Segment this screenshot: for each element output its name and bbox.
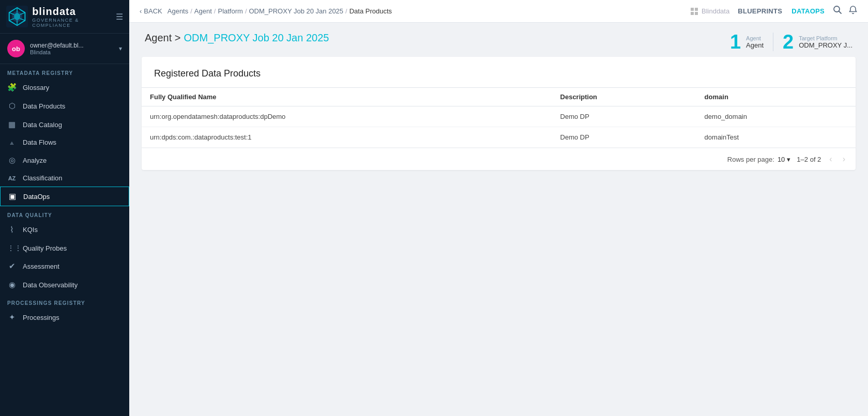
sidebar-item-data-catalog[interactable]: ▦ Data Catalog: [0, 115, 129, 134]
breadcrumb-agents[interactable]: Agents: [167, 7, 188, 15]
content-area: Agent > ODM_PROXY Job 20 Jan 2025 1 Agen…: [129, 23, 868, 416]
page-title-sub: ODM_PROXY Job 20 Jan 2025: [184, 32, 329, 44]
topbar-icons: [833, 5, 858, 17]
sidebar-item-classification[interactable]: AZ Classification: [0, 170, 129, 187]
step-2-value: ODM_PROXY J...: [799, 41, 852, 49]
back-arrow-icon: ‹: [140, 7, 142, 15]
sidebar-label-classification: Classification: [23, 174, 63, 182]
nav-dataops[interactable]: DATAOPS: [791, 7, 825, 15]
prev-page-button[interactable]: ‹: [827, 153, 834, 165]
breadcrumb-sep-4: /: [345, 7, 347, 15]
topbar-right: Blinddata BLUEPRINTS DATAOPS: [690, 5, 858, 17]
cell-description: Demo DP: [552, 127, 696, 148]
logo: blindata GOVERNANCE & COMPLIANCE: [6, 5, 116, 28]
rows-per-page-select[interactable]: 10 ▾: [778, 156, 790, 163]
section-data-quality: DATA QUALITY: [0, 206, 129, 220]
data-catalog-icon: ▦: [7, 120, 17, 129]
sidebar-label-kqis: KQIs: [23, 226, 38, 234]
topbar: ‹ BACK Agents / Agent / Platform / ODM_P…: [129, 0, 868, 23]
card-title: Registered Data Products: [142, 57, 856, 87]
analyze-icon: ◎: [7, 156, 17, 165]
col-fqn: Fully Qualified Name: [142, 88, 552, 106]
sidebar-label-glossary: Glossary: [23, 84, 49, 91]
sidebar-item-analyze[interactable]: ◎ Analyze: [0, 151, 129, 170]
kqis-icon: ⌇: [7, 225, 17, 235]
page-title: Agent > ODM_PROXY Job 20 Jan 2025: [145, 32, 329, 44]
sidebar-label-analyze: Analyze: [23, 157, 47, 164]
search-icon[interactable]: [833, 5, 842, 17]
brand-text: Blinddata: [702, 7, 729, 15]
sidebar-item-quality-probes[interactable]: ⋮⋮ Quality Probes: [0, 239, 129, 257]
data-observability-icon: ◉: [7, 280, 17, 289]
user-info: owner@default.bl... Blindata: [30, 42, 114, 55]
logo-name: blindata: [32, 6, 116, 18]
step-1-info: Agent Agent: [746, 35, 764, 49]
cell-fqn: urn:dpds:com.:dataproducts:test:1: [142, 127, 552, 148]
sidebar-item-assessment[interactable]: ✔ Assessment: [0, 257, 129, 275]
table-row[interactable]: urn:org.opendatamesh:dataproducts:dpDemo…: [142, 106, 856, 127]
logo-text: blindata GOVERNANCE & COMPLIANCE: [32, 6, 116, 28]
step-1-label: Agent: [746, 35, 764, 41]
user-company: Blindata: [30, 49, 114, 55]
dataops-icon: ▣: [8, 192, 17, 201]
svg-rect-12: [691, 12, 694, 15]
sidebar-item-glossary[interactable]: 🧩 Glossary: [0, 78, 129, 97]
next-page-button[interactable]: ›: [841, 153, 847, 165]
col-description: Description: [552, 88, 696, 106]
breadcrumb-platform[interactable]: Platform: [218, 7, 242, 15]
col-domain: domain: [696, 88, 856, 106]
sidebar-item-data-products[interactable]: ⬡ Data Products: [0, 97, 129, 115]
brand-grid-icon: [690, 7, 698, 16]
sidebar-item-dataops[interactable]: ▣ DataOps: [0, 187, 129, 206]
chevron-down-icon[interactable]: ▾: [119, 45, 122, 52]
user-section[interactable]: ob owner@default.bl... Blindata ▾: [0, 34, 129, 64]
nav-links: BLUEPRINTS DATAOPS: [738, 7, 825, 15]
nav-blueprints[interactable]: BLUEPRINTS: [738, 7, 782, 15]
section-processings-registry: PROCESSINGS REGISTRY: [0, 294, 129, 308]
data-products-table: Fully Qualified Name Description domain …: [142, 87, 856, 148]
step-1: 1 Agent Agent: [730, 32, 764, 52]
page-header: Agent > ODM_PROXY Job 20 Jan 2025 1 Agen…: [129, 23, 868, 57]
step-2: 2 Target Platform ODM_PROXY J...: [783, 32, 852, 52]
data-flows-icon: ⟁: [7, 138, 17, 146]
assessment-icon: ✔: [7, 261, 17, 271]
logo-icon: [6, 5, 28, 28]
stepper: 1 Agent Agent 2 Target Platform ODM_PROX…: [730, 32, 852, 52]
hamburger-icon[interactable]: ☰: [116, 12, 123, 22]
sidebar-label-data-flows: Data Flows: [23, 138, 56, 146]
step-divider: [773, 33, 773, 51]
rows-per-page-chevron: ▾: [787, 156, 790, 163]
breadcrumb-agent[interactable]: Agent: [194, 7, 212, 15]
cell-domain: domainTest: [696, 127, 856, 148]
sidebar-header: blindata GOVERNANCE & COMPLIANCE ☰: [0, 0, 129, 34]
sidebar-item-data-flows[interactable]: ⟁ Data Flows: [0, 134, 129, 151]
svg-rect-10: [691, 8, 694, 11]
brand-label: Blinddata: [690, 7, 729, 16]
rows-per-page-label: Rows per page:: [727, 156, 774, 163]
logo-sub: GOVERNANCE & COMPLIANCE: [32, 18, 116, 28]
step-2-info: Target Platform ODM_PROXY J...: [799, 35, 852, 49]
sidebar-item-data-observability[interactable]: ◉ Data Observability: [0, 275, 129, 294]
cell-domain: demo_domain: [696, 106, 856, 127]
data-products-icon: ⬡: [7, 101, 17, 111]
breadcrumb-current: Data Products: [349, 7, 392, 15]
classification-icon: AZ: [7, 175, 17, 181]
sidebar-label-data-products: Data Products: [23, 102, 65, 110]
registered-data-products-card: Registered Data Products Fully Qualified…: [142, 57, 856, 170]
back-button[interactable]: ‹ BACK: [140, 7, 162, 15]
breadcrumb-sep-1: /: [190, 7, 192, 15]
sidebar-item-processings[interactable]: ✦ Processings: [0, 308, 129, 327]
breadcrumb-sep-2: /: [214, 7, 216, 15]
glossary-icon: 🧩: [7, 83, 17, 92]
bell-icon[interactable]: [848, 5, 858, 17]
step-1-value: Agent: [746, 41, 764, 49]
breadcrumb-job[interactable]: ODM_PROXY Job 20 Jan 2025: [249, 7, 344, 15]
rows-per-page-value: 10: [778, 156, 785, 163]
table-header-row: Fully Qualified Name Description domain: [142, 88, 856, 106]
table-row[interactable]: urn:dpds:com.:dataproducts:test:1 Demo D…: [142, 127, 856, 148]
sidebar-item-kqis[interactable]: ⌇ KQIs: [0, 220, 129, 239]
section-metadata-registry: METADATA REGISTRY: [0, 64, 129, 78]
page-range: 1–2 of 2: [797, 156, 821, 163]
quality-probes-icon: ⋮⋮: [7, 244, 17, 252]
cell-description: Demo DP: [552, 106, 696, 127]
